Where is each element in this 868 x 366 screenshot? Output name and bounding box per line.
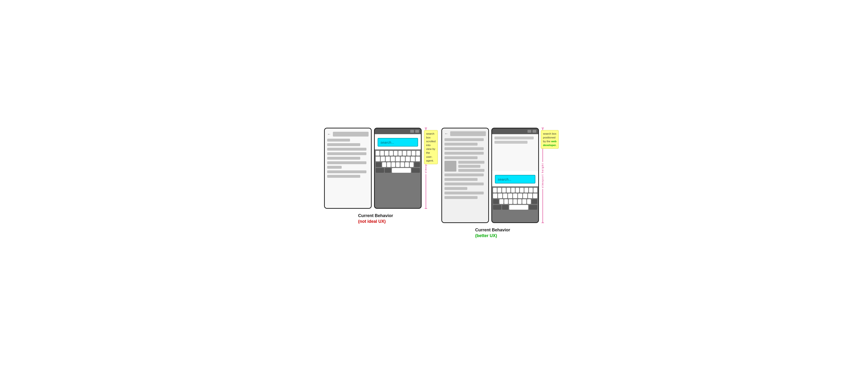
search-input-right[interactable]: search... — [495, 175, 535, 184]
key — [508, 194, 512, 198]
content-line-2 — [327, 143, 360, 146]
search-input-left[interactable]: search... — [378, 138, 418, 146]
page-content: ← — [325, 129, 371, 208]
key — [513, 199, 517, 204]
key — [394, 151, 398, 156]
key — [498, 188, 501, 193]
page-content-right: ← — [442, 129, 488, 222]
phone-right-content-left: search... — [375, 129, 421, 208]
key — [518, 194, 522, 198]
key — [524, 188, 528, 193]
keyboard-right — [492, 186, 538, 222]
search-placeholder-right: search... — [498, 177, 512, 181]
key-space-r — [509, 205, 528, 210]
content-line-r5 — [444, 156, 477, 159]
key — [382, 162, 386, 167]
key-return-r — [529, 205, 537, 210]
bracket-label-right: vimeport height — [541, 163, 544, 188]
bracket-cap-bottom — [425, 208, 427, 209]
key — [506, 188, 510, 193]
content-line-5 — [327, 157, 360, 160]
key-row-r1 — [493, 188, 537, 193]
content-line-r11 — [444, 182, 484, 186]
key — [401, 157, 405, 161]
content-line-r4 — [444, 152, 484, 154]
content-line-1 — [327, 139, 350, 142]
key — [412, 151, 415, 156]
phones-pair-left: ← — [324, 128, 427, 209]
above-line-1 — [494, 137, 534, 139]
header-bar-right — [450, 131, 486, 136]
key-backspace-r — [532, 199, 537, 204]
phone-header-right: ← — [444, 131, 486, 136]
key — [493, 194, 497, 198]
key — [503, 194, 507, 198]
key — [529, 188, 533, 193]
content-line-r2 — [444, 143, 477, 146]
key — [516, 188, 520, 193]
content-thumb-right — [444, 161, 456, 172]
scenario-left: ← — [324, 128, 427, 224]
key — [392, 162, 395, 167]
phone-keyboard-view-left: search... — [374, 128, 422, 209]
window-btn-r1 — [528, 130, 531, 133]
content-line-r1 — [444, 138, 484, 141]
key-row-r3 — [493, 199, 537, 204]
key — [533, 188, 537, 193]
content-line-r9 — [444, 173, 484, 176]
scenario-right-label: Current Behavior (better UX) — [475, 227, 510, 238]
phone-page-view: ← — [324, 128, 372, 209]
key — [416, 151, 420, 156]
key-num-r — [493, 205, 501, 210]
window-controls — [375, 129, 421, 134]
key — [523, 194, 527, 198]
key — [386, 157, 390, 161]
key — [520, 188, 524, 193]
scenario-left-title: Current Behavior — [358, 213, 393, 219]
bracket-cap-bottom-r — [541, 223, 544, 223]
page-wrapper: ← — [324, 128, 544, 238]
tooltip-right: search box positioned by the web develop… — [541, 130, 559, 149]
content-line-r3 — [444, 147, 484, 150]
bracket-line-bottom — [426, 174, 426, 208]
key — [376, 157, 380, 161]
phones-pair-right: ← — [441, 128, 544, 223]
key-row-2 — [376, 157, 420, 161]
key — [381, 157, 385, 161]
key — [509, 199, 513, 204]
above-line-2 — [494, 141, 528, 144]
content-line-r12 — [444, 187, 467, 190]
key — [385, 151, 389, 156]
window-controls-right — [492, 129, 538, 134]
key — [493, 188, 497, 193]
key-row-r4 — [493, 205, 537, 210]
phone-header: ← — [327, 132, 369, 137]
scenario-right-sublabel: (better UX) — [475, 233, 510, 238]
bracket-line-bottom-r — [542, 189, 543, 223]
scenario-left-label: Current Behavior (not ideal UX) — [358, 213, 393, 224]
key — [400, 162, 404, 167]
key-shift — [376, 162, 381, 167]
content-line-6 — [327, 161, 366, 164]
search-area-left: search... — [375, 134, 421, 149]
back-arrow-icon: ← — [327, 132, 331, 136]
window-btn-r2 — [532, 130, 536, 133]
key — [498, 194, 502, 198]
key — [411, 157, 415, 161]
key — [504, 199, 508, 204]
key-space — [392, 168, 411, 173]
key — [533, 194, 537, 198]
content-block-right — [444, 161, 486, 172]
phone-page-view-right: ← — [441, 128, 489, 223]
key — [403, 151, 406, 156]
key — [405, 162, 409, 167]
key — [396, 162, 400, 167]
key-shift-r — [493, 199, 499, 204]
key — [416, 157, 420, 161]
window-btn-1 — [410, 130, 414, 133]
scenario-right: ← — [441, 128, 544, 238]
phone-right-content-r: search... — [492, 129, 538, 222]
window-btn-2 — [415, 130, 419, 133]
key — [513, 194, 517, 198]
phone-keyboard-view-right: search... — [491, 128, 539, 223]
